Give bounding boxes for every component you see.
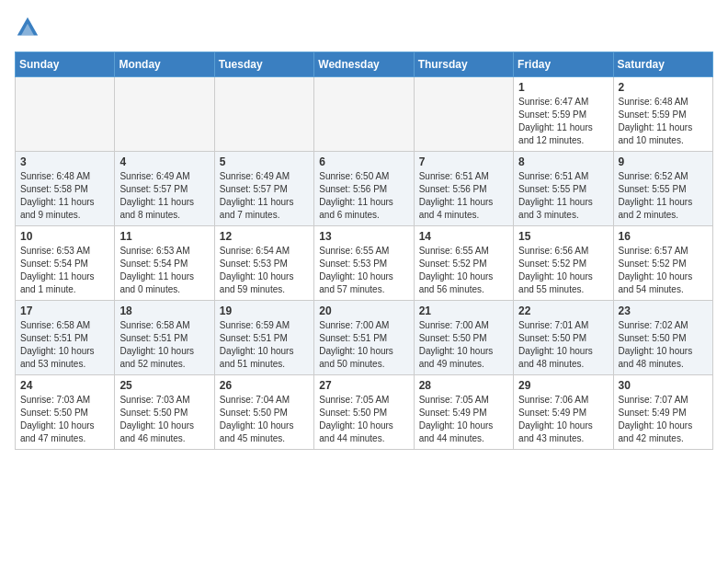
- calendar-cell: 19Sunrise: 6:59 AM Sunset: 5:51 PM Dayli…: [214, 301, 313, 375]
- day-number: 9: [619, 155, 708, 168]
- day-info: Sunrise: 7:00 AM Sunset: 5:51 PM Dayligh…: [319, 319, 408, 371]
- calendar-header-row: SundayMondayTuesdayWednesdayThursdayFrid…: [16, 52, 713, 77]
- day-info: Sunrise: 6:51 AM Sunset: 5:56 PM Dayligh…: [419, 170, 508, 222]
- calendar-cell: 18Sunrise: 6:58 AM Sunset: 5:51 PM Dayli…: [115, 301, 214, 375]
- calendar-cell: 11Sunrise: 6:53 AM Sunset: 5:54 PM Dayli…: [115, 226, 214, 301]
- calendar-cell: 12Sunrise: 6:54 AM Sunset: 5:53 PM Dayli…: [214, 226, 313, 301]
- day-info: Sunrise: 7:05 AM Sunset: 5:50 PM Dayligh…: [319, 394, 408, 445]
- weekday-header-thursday: Thursday: [414, 52, 513, 77]
- calendar-cell: [314, 77, 414, 152]
- calendar-cell: [214, 77, 313, 152]
- calendar-cell: 13Sunrise: 6:55 AM Sunset: 5:53 PM Dayli…: [314, 226, 414, 301]
- day-number: 5: [220, 155, 309, 168]
- calendar-cell: 1Sunrise: 6:47 AM Sunset: 5:59 PM Daylig…: [514, 77, 613, 152]
- calendar-cell: 2Sunrise: 6:48 AM Sunset: 5:59 PM Daylig…: [613, 77, 712, 152]
- day-info: Sunrise: 6:56 AM Sunset: 5:52 PM Dayligh…: [518, 245, 608, 296]
- calendar-cell: 21Sunrise: 7:00 AM Sunset: 5:50 PM Dayli…: [414, 301, 513, 375]
- calendar-cell: 24Sunrise: 7:03 AM Sunset: 5:50 PM Dayli…: [16, 375, 115, 450]
- calendar-cell: 30Sunrise: 7:07 AM Sunset: 5:49 PM Dayli…: [613, 375, 712, 450]
- weekday-header-friday: Friday: [514, 52, 613, 77]
- day-info: Sunrise: 6:58 AM Sunset: 5:51 PM Dayligh…: [20, 319, 109, 371]
- day-number: 13: [319, 230, 408, 243]
- day-info: Sunrise: 7:02 AM Sunset: 5:50 PM Dayligh…: [619, 319, 708, 371]
- day-number: 8: [518, 155, 608, 168]
- day-info: Sunrise: 7:00 AM Sunset: 5:50 PM Dayligh…: [419, 319, 508, 371]
- day-number: 26: [220, 379, 309, 392]
- calendar-cell: 25Sunrise: 7:03 AM Sunset: 5:50 PM Dayli…: [115, 375, 214, 450]
- day-number: 24: [20, 379, 109, 392]
- day-info: Sunrise: 6:55 AM Sunset: 5:52 PM Dayligh…: [419, 245, 508, 296]
- calendar-week-4: 17Sunrise: 6:58 AM Sunset: 5:51 PM Dayli…: [16, 301, 713, 375]
- day-info: Sunrise: 7:05 AM Sunset: 5:49 PM Dayligh…: [419, 394, 508, 445]
- day-number: 21: [419, 304, 508, 317]
- calendar-cell: 23Sunrise: 7:02 AM Sunset: 5:50 PM Dayli…: [613, 301, 712, 375]
- day-info: Sunrise: 6:53 AM Sunset: 5:54 PM Dayligh…: [119, 245, 209, 296]
- day-number: 12: [220, 230, 309, 243]
- calendar-week-2: 3Sunrise: 6:48 AM Sunset: 5:58 PM Daylig…: [16, 152, 713, 226]
- day-info: Sunrise: 6:47 AM Sunset: 5:59 PM Dayligh…: [518, 96, 608, 147]
- weekday-header-tuesday: Tuesday: [214, 52, 313, 77]
- day-info: Sunrise: 6:50 AM Sunset: 5:56 PM Dayligh…: [319, 170, 408, 222]
- day-info: Sunrise: 7:01 AM Sunset: 5:50 PM Dayligh…: [518, 319, 608, 371]
- calendar-cell: [115, 77, 214, 152]
- calendar-week-5: 24Sunrise: 7:03 AM Sunset: 5:50 PM Dayli…: [16, 375, 713, 450]
- logo-icon: [15, 15, 40, 40]
- day-info: Sunrise: 6:51 AM Sunset: 5:55 PM Dayligh…: [518, 170, 608, 222]
- calendar-cell: 3Sunrise: 6:48 AM Sunset: 5:58 PM Daylig…: [16, 152, 115, 226]
- day-info: Sunrise: 6:57 AM Sunset: 5:52 PM Dayligh…: [619, 245, 708, 296]
- day-number: 18: [119, 304, 209, 317]
- day-info: Sunrise: 7:07 AM Sunset: 5:49 PM Dayligh…: [619, 394, 708, 445]
- day-number: 11: [119, 230, 209, 243]
- calendar-table: SundayMondayTuesdayWednesdayThursdayFrid…: [15, 52, 713, 450]
- day-number: 1: [518, 81, 608, 94]
- day-number: 25: [119, 379, 209, 392]
- day-info: Sunrise: 6:52 AM Sunset: 5:55 PM Dayligh…: [619, 170, 708, 222]
- day-info: Sunrise: 6:53 AM Sunset: 5:54 PM Dayligh…: [20, 245, 109, 296]
- day-number: 28: [419, 379, 508, 392]
- day-number: 30: [619, 379, 708, 392]
- day-number: 23: [619, 304, 708, 317]
- day-number: 3: [20, 155, 109, 168]
- day-info: Sunrise: 7:06 AM Sunset: 5:49 PM Dayligh…: [518, 394, 608, 445]
- day-info: Sunrise: 7:03 AM Sunset: 5:50 PM Dayligh…: [119, 394, 209, 445]
- day-info: Sunrise: 6:48 AM Sunset: 5:58 PM Dayligh…: [20, 170, 109, 222]
- day-info: Sunrise: 7:03 AM Sunset: 5:50 PM Dayligh…: [20, 394, 109, 445]
- day-number: 29: [518, 379, 608, 392]
- day-number: 14: [419, 230, 508, 243]
- calendar-cell: 10Sunrise: 6:53 AM Sunset: 5:54 PM Dayli…: [16, 226, 115, 301]
- logo: [15, 15, 44, 40]
- calendar-cell: 28Sunrise: 7:05 AM Sunset: 5:49 PM Dayli…: [414, 375, 513, 450]
- day-info: Sunrise: 6:55 AM Sunset: 5:53 PM Dayligh…: [319, 245, 408, 296]
- calendar-cell: 5Sunrise: 6:49 AM Sunset: 5:57 PM Daylig…: [214, 152, 313, 226]
- day-number: 20: [319, 304, 408, 317]
- day-info: Sunrise: 6:48 AM Sunset: 5:59 PM Dayligh…: [619, 96, 708, 147]
- day-number: 4: [119, 155, 209, 168]
- day-number: 22: [518, 304, 608, 317]
- day-number: 19: [220, 304, 309, 317]
- weekday-header-saturday: Saturday: [613, 52, 712, 77]
- calendar-cell: 14Sunrise: 6:55 AM Sunset: 5:52 PM Dayli…: [414, 226, 513, 301]
- day-number: 15: [518, 230, 608, 243]
- calendar-cell: 16Sunrise: 6:57 AM Sunset: 5:52 PM Dayli…: [613, 226, 712, 301]
- calendar-cell: 6Sunrise: 6:50 AM Sunset: 5:56 PM Daylig…: [314, 152, 414, 226]
- calendar-cell: 29Sunrise: 7:06 AM Sunset: 5:49 PM Dayli…: [514, 375, 613, 450]
- day-number: 16: [619, 230, 708, 243]
- calendar-cell: 17Sunrise: 6:58 AM Sunset: 5:51 PM Dayli…: [16, 301, 115, 375]
- calendar-cell: [414, 77, 513, 152]
- weekday-header-wednesday: Wednesday: [314, 52, 414, 77]
- calendar-week-1: 1Sunrise: 6:47 AM Sunset: 5:59 PM Daylig…: [16, 77, 713, 152]
- day-info: Sunrise: 6:49 AM Sunset: 5:57 PM Dayligh…: [220, 170, 309, 222]
- calendar-cell: 9Sunrise: 6:52 AM Sunset: 5:55 PM Daylig…: [613, 152, 712, 226]
- day-number: 27: [319, 379, 408, 392]
- weekday-header-sunday: Sunday: [16, 52, 115, 77]
- calendar-cell: 27Sunrise: 7:05 AM Sunset: 5:50 PM Dayli…: [314, 375, 414, 450]
- calendar-cell: [16, 77, 115, 152]
- day-number: 10: [20, 230, 109, 243]
- weekday-header-monday: Monday: [115, 52, 214, 77]
- day-number: 6: [319, 155, 408, 168]
- calendar-week-3: 10Sunrise: 6:53 AM Sunset: 5:54 PM Dayli…: [16, 226, 713, 301]
- calendar-cell: 4Sunrise: 6:49 AM Sunset: 5:57 PM Daylig…: [115, 152, 214, 226]
- day-number: 2: [619, 81, 708, 94]
- calendar-cell: 15Sunrise: 6:56 AM Sunset: 5:52 PM Dayli…: [514, 226, 613, 301]
- day-info: Sunrise: 6:58 AM Sunset: 5:51 PM Dayligh…: [119, 319, 209, 371]
